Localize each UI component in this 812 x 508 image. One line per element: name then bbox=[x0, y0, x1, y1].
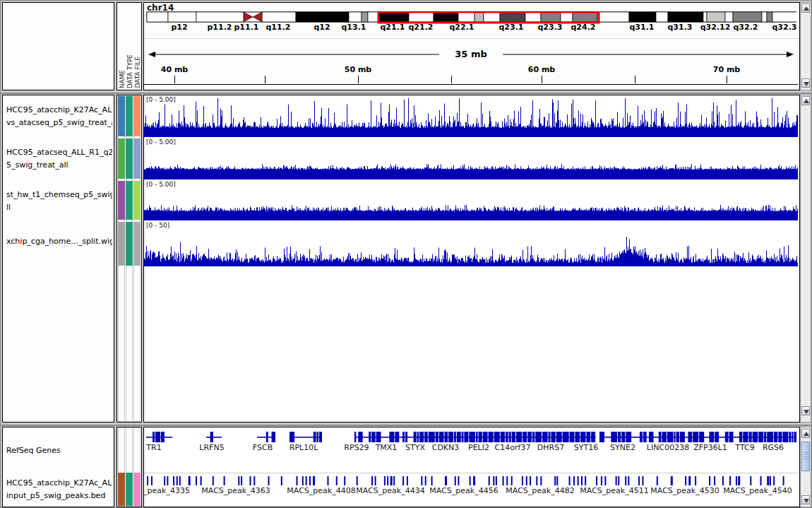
ideogram-separator bbox=[144, 38, 799, 39]
attribute-color-cell[interactable] bbox=[126, 96, 133, 136]
arrow-up-icon bbox=[804, 432, 809, 436]
arrow-up-icon bbox=[804, 6, 809, 11]
signal-plot bbox=[144, 95, 798, 137]
scroll-up-button[interactable] bbox=[801, 4, 810, 13]
track-data-range: [0 - 50] bbox=[146, 222, 169, 229]
attribute-column-datatype-label: DATA TYPE bbox=[126, 54, 133, 88]
ruler-tick-label: 50 mb bbox=[337, 65, 379, 74]
track-names-panel: HCC95_atacchip_K27Ac_ALL_Rvs_atacseq_p5_… bbox=[2, 95, 114, 423]
scroll-up-button[interactable] bbox=[801, 429, 810, 438]
track-name[interactable]: 5_swig_treat_all bbox=[6, 159, 112, 172]
scroll-down-button[interactable] bbox=[801, 78, 810, 88]
ruler-tick-label: 70 mb bbox=[705, 65, 748, 74]
arrow-down-icon bbox=[804, 410, 809, 414]
peak-label: MACS_peak_4456 bbox=[425, 486, 503, 495]
track-attributes-panel bbox=[117, 95, 142, 423]
ruler-tick bbox=[635, 76, 635, 83]
attribute-color-cell[interactable] bbox=[126, 138, 133, 179]
scroll-up-button[interactable] bbox=[801, 96, 810, 105]
attribute-color-cell[interactable] bbox=[118, 473, 125, 506]
peak-label: MACS_peak_4363 bbox=[197, 486, 275, 495]
scroll-down-button[interactable] bbox=[801, 406, 810, 415]
chromosome-ideogram[interactable] bbox=[145, 11, 796, 23]
track-data-range: [0 - 5.00] bbox=[146, 181, 176, 188]
track-name[interactable]: xchip_cga_home..._split.wig.tdf bbox=[6, 235, 112, 248]
track-name[interactable]: vs_atacseq_p5_swig_treat_all bbox=[6, 117, 112, 129]
cytoband-label: q32.2 bbox=[724, 23, 767, 32]
cytoband-label: q21.2 bbox=[400, 23, 442, 32]
ruler-tick-label: 40 mb bbox=[153, 65, 196, 74]
data-panel-scrollbar[interactable] bbox=[800, 95, 811, 423]
ruler-tick-label: 60 mb bbox=[520, 65, 563, 74]
cytoband-label: q24.2 bbox=[562, 23, 604, 32]
refseq-track-name[interactable]: RefSeq Genes bbox=[6, 444, 112, 457]
track-name[interactable]: HCC95_atacchip_K27Ac_ALL_R bbox=[6, 104, 112, 117]
ruler-tick bbox=[451, 76, 452, 83]
ruler-tick bbox=[727, 76, 727, 83]
peak-label: MACS_peak_4530 bbox=[646, 486, 724, 495]
top-scrollbar[interactable] bbox=[800, 2, 811, 90]
track-name[interactable]: st_hw_t1_chemseq_p5_swig_tre bbox=[6, 189, 112, 201]
thumb-grip-icon bbox=[804, 452, 809, 461]
signal-track[interactable]: [0 - 5.00] bbox=[144, 180, 798, 220]
feature-attributes-panel bbox=[117, 427, 142, 507]
top-left-panel bbox=[2, 2, 114, 90]
attribute-color-cell[interactable] bbox=[133, 181, 141, 220]
attribute-color-cell[interactable] bbox=[133, 222, 141, 266]
feature-panel-scrollbar[interactable] bbox=[800, 427, 811, 507]
cytoband-label: q22.1 bbox=[441, 23, 483, 32]
attribute-color-cell[interactable] bbox=[118, 181, 125, 220]
igv-window: { "colors": { "signal": "#0000b2", "sele… bbox=[0, 0, 812, 508]
cytoband-label: q32.3 bbox=[763, 23, 800, 32]
cytoband-label: p12 bbox=[158, 23, 201, 32]
cytoband-label: q11.2 bbox=[257, 23, 299, 32]
attribute-color-cell[interactable] bbox=[118, 96, 125, 136]
attribute-color-cell[interactable] bbox=[133, 138, 141, 179]
ruler-tick bbox=[265, 76, 265, 83]
cytoband-label: q13.1 bbox=[333, 23, 375, 32]
signal-track[interactable]: [0 - 50] bbox=[144, 221, 798, 266]
attribute-color-cell[interactable] bbox=[126, 473, 133, 506]
attribute-color-cell[interactable] bbox=[118, 138, 125, 179]
peak-label: MACS_peak_4540 bbox=[719, 486, 796, 495]
signal-track[interactable]: [0 - 5.00] bbox=[144, 138, 798, 179]
track-data-range: [0 - 5.00] bbox=[146, 138, 176, 146]
peak-label: MACS_peak_4482 bbox=[501, 486, 579, 495]
peak-label: MACS_peak_4408 bbox=[282, 486, 360, 495]
signal-plot bbox=[144, 180, 798, 220]
panel-divider[interactable] bbox=[1, 91, 812, 94]
data-tracks-panel: [0 - 5.00][0 - 5.00][0 - 5.00][0 - 50] bbox=[143, 95, 800, 423]
scroll-down-button[interactable] bbox=[801, 495, 810, 504]
attribute-color-cell[interactable] bbox=[133, 473, 141, 506]
cytoband-label: q23.1 bbox=[490, 23, 532, 32]
span-size-label: 35 mb bbox=[439, 49, 503, 59]
arrow-up-icon bbox=[804, 99, 809, 103]
peaks-track-name-line2[interactable]: input_p5_swig_peaks.bed bbox=[6, 490, 112, 502]
attribute-color-cell[interactable] bbox=[118, 222, 125, 266]
feature-names-panel: RefSeq Genes HCC95_atacchip_K27Ac_ALL_R … bbox=[2, 427, 114, 507]
attribute-color-cell[interactable] bbox=[133, 96, 141, 136]
peak-label: _peak_4335 bbox=[143, 486, 205, 495]
locus-panel: chr14 p12p11.2p11.1q11.2q12q13.1q21.1q21… bbox=[143, 2, 800, 90]
peak-label: MACS_peak_4511 bbox=[575, 486, 653, 495]
ruler-tick bbox=[174, 76, 175, 83]
cytoband-label: q31.1 bbox=[621, 23, 663, 32]
signal-plot bbox=[144, 138, 798, 179]
attribute-color-cell[interactable] bbox=[126, 222, 133, 266]
arrow-down-icon bbox=[804, 499, 809, 503]
track-name[interactable]: ll bbox=[6, 201, 112, 214]
track-name[interactable]: HCC95_atacseq_ALL_R1_q20_in bbox=[6, 146, 112, 159]
ruler-tick bbox=[542, 76, 542, 83]
track-data-range: [0 - 5.00] bbox=[146, 96, 176, 103]
attribute-column-name-label: NAME bbox=[119, 70, 126, 88]
peak-label: MACS_peak_4434 bbox=[352, 486, 429, 495]
attribute-column-datafile-label: DATA FILE bbox=[134, 57, 141, 88]
panel-divider[interactable] bbox=[1, 424, 812, 426]
signal-track[interactable]: [0 - 5.00] bbox=[144, 95, 798, 137]
ruler-tick bbox=[358, 76, 359, 83]
macs-peaks-track[interactable] bbox=[144, 427, 798, 507]
attribute-color-cell[interactable] bbox=[126, 181, 133, 220]
scrollbar-thumb[interactable] bbox=[801, 442, 810, 471]
peaks-track-name-line1[interactable]: HCC95_atacchip_K27Ac_ALL_R bbox=[6, 477, 112, 490]
ruler-baseline bbox=[144, 84, 798, 85]
